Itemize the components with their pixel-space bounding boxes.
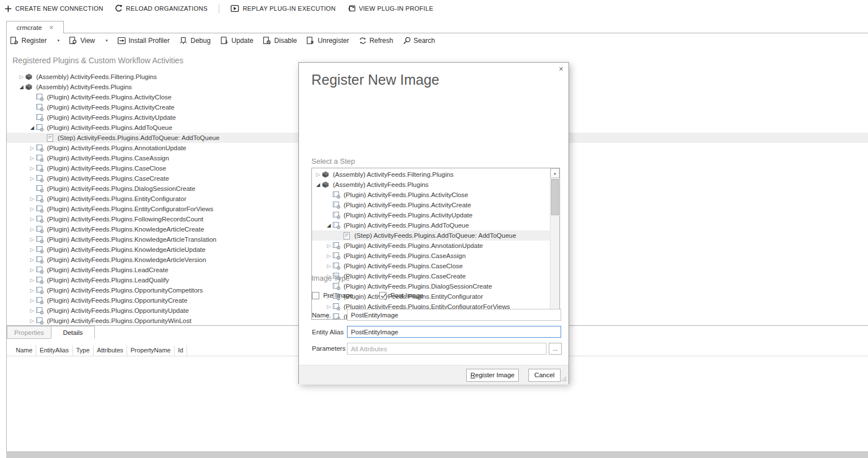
plugin-icon — [36, 216, 45, 223]
scrollbar-thumb[interactable] — [551, 179, 559, 215]
expander-icon[interactable] — [18, 75, 25, 80]
view-plugin-profile-button[interactable]: VIEW PLUG-IN PROFILE — [347, 5, 433, 12]
resize-grip[interactable] — [565, 380, 566, 381]
expander-icon[interactable] — [29, 166, 36, 171]
column-header-id[interactable]: Id — [175, 345, 187, 356]
expander-icon[interactable] — [29, 298, 36, 303]
tree-item-label: (Plugin) ActivityFeeds.Plugins.ActivityC… — [47, 94, 172, 101]
column-header-name[interactable]: Name — [12, 345, 36, 356]
entity-alias-field[interactable] — [347, 326, 561, 338]
expander-icon[interactable] — [29, 227, 36, 232]
tab-crmcrate[interactable]: crmcrate × — [6, 21, 64, 33]
plugin-icon — [36, 124, 45, 132]
expander-icon[interactable] — [315, 172, 322, 177]
tree-item[interactable]: (Plugin) ActivityFeeds.Plugins.CaseAssig… — [312, 251, 550, 261]
expander-icon[interactable] — [18, 85, 25, 90]
disable-button[interactable]: Disable — [263, 37, 297, 45]
tree-item[interactable]: (Plugin) ActivityFeeds.Plugins.AddToQueu… — [312, 220, 550, 230]
tree-item[interactable]: (Plugin) ActivityFeeds.Plugins.ActivityU… — [312, 210, 550, 220]
connection-toolbar: CREATE NEW CONNECTION RELOAD ORGANIZATIO… — [0, 0, 868, 17]
expander-icon[interactable] — [29, 268, 36, 273]
register-image-button[interactable]: Register Image — [466, 369, 519, 382]
post-image-option[interactable]: Post Image — [379, 292, 423, 299]
create-new-connection-label: CREATE NEW CONNECTION — [15, 5, 103, 12]
tree-item[interactable]: (Step) ActivityFeeds.Plugins.AddToQueue:… — [312, 230, 550, 241]
tab-details[interactable]: Details — [51, 326, 95, 339]
debug-button[interactable]: Debug — [179, 37, 210, 45]
parameters-field[interactable] — [347, 343, 546, 355]
expander-icon[interactable] — [315, 182, 322, 187]
expander-icon[interactable] — [326, 264, 332, 269]
tree-item[interactable]: (Plugin) ActivityFeeds.Plugins.CaseClose — [312, 261, 550, 271]
tree-item-label: (Plugin) ActivityFeeds.Plugins.ActivityU… — [344, 212, 472, 219]
install-profiler-button[interactable]: Install Profiler — [118, 37, 170, 45]
view-icon — [69, 37, 77, 45]
expander-icon[interactable] — [29, 247, 36, 252]
cancel-button[interactable]: Cancel — [528, 369, 561, 382]
expander-icon[interactable] — [29, 278, 36, 283]
tree-item-label: (Plugin) ActivityFeeds.Plugins.ActivityC… — [47, 104, 175, 111]
expander-icon[interactable] — [326, 243, 332, 248]
expander-icon[interactable] — [326, 223, 332, 228]
chevron-down-icon[interactable]: ▾ — [58, 38, 60, 43]
tab-close-icon[interactable]: × — [49, 24, 54, 31]
parameters-browse-button[interactable]: ... — [549, 343, 562, 355]
expander-icon[interactable] — [29, 125, 36, 130]
step-tree-scrollbar[interactable]: ▲ ▼ — [550, 168, 559, 319]
tree-item[interactable]: (Plugin) ActivityFeeds.Plugins.DialogSes… — [312, 281, 550, 291]
pre-image-checkbox[interactable] — [312, 292, 319, 299]
tree-item-label: (Assembly) ActivityFeeds.Plugins — [36, 84, 132, 90]
expander-icon[interactable] — [29, 197, 36, 202]
tree-item[interactable]: (Assembly) ActivityFeeds.Plugins — [312, 180, 550, 190]
expander-icon[interactable] — [326, 304, 332, 309]
tab-properties[interactable]: Properties — [7, 326, 51, 339]
tree-item-label: (Plugin) ActivityFeeds.Plugins.ActivityU… — [47, 114, 176, 121]
expander-icon[interactable] — [29, 146, 36, 151]
search-button[interactable]: Search — [403, 37, 435, 45]
expander-icon[interactable] — [29, 319, 36, 324]
register-icon — [10, 37, 19, 45]
replay-plugin-execution-label: REPLAY PLUG-IN EXECUTION — [242, 5, 336, 12]
column-header-attributes[interactable]: Attributes — [94, 345, 127, 356]
reload-organizations-button[interactable]: RELOAD ORGANIZATIONS — [115, 5, 208, 12]
tree-item[interactable]: (Plugin) ActivityFeeds.Plugins.ActivityC… — [312, 190, 550, 200]
expander-icon[interactable] — [29, 237, 36, 242]
tree-item[interactable]: (Assembly) ActivityFeeds.Filtering.Plugi… — [312, 169, 550, 180]
plugin-icon — [333, 202, 341, 209]
view-button[interactable]: View ▾ — [69, 37, 107, 45]
close-icon[interactable]: × — [559, 65, 563, 73]
pre-image-option[interactable]: Pre Image — [312, 292, 353, 299]
expander-icon[interactable] — [29, 308, 36, 313]
tree-item-label: (Plugin) ActivityFeeds.Plugins.CaseCreat… — [47, 175, 169, 182]
update-button[interactable]: Update — [220, 37, 254, 45]
disable-icon — [263, 37, 271, 45]
plugin-icon — [36, 155, 45, 162]
refresh-button[interactable]: Refresh — [359, 37, 393, 45]
register-button[interactable]: Register ▾ — [10, 37, 59, 45]
chevron-down-icon[interactable]: ▾ — [106, 38, 108, 43]
unregister-label: Unregister — [318, 37, 349, 45]
expander-icon[interactable] — [29, 207, 36, 212]
expander-icon[interactable] — [29, 176, 36, 181]
name-field[interactable] — [347, 309, 561, 321]
column-header-propertyname[interactable]: PropertyName — [127, 345, 175, 356]
plugin-icon — [36, 206, 45, 213]
expander-icon[interactable] — [326, 254, 332, 259]
tree-item-label: (Assembly) ActivityFeeds.Plugins — [333, 181, 428, 188]
expander-icon[interactable] — [29, 258, 36, 263]
post-image-checkbox[interactable] — [379, 292, 387, 299]
tree-item[interactable]: (Plugin) ActivityFeeds.Plugins.Annotatio… — [312, 241, 550, 251]
scroll-up-icon[interactable]: ▲ — [550, 168, 559, 178]
create-new-connection-button[interactable]: CREATE NEW CONNECTION — [5, 5, 103, 12]
tree-item[interactable]: (Plugin) ActivityFeeds.Plugins.ActivityC… — [312, 200, 550, 210]
expander-icon[interactable] — [29, 217, 36, 222]
expander-icon[interactable] — [29, 156, 36, 161]
column-header-type[interactable]: Type — [73, 345, 94, 356]
replay-plugin-execution-button[interactable]: REPLAY PLUG-IN EXECUTION — [231, 5, 336, 12]
search-icon — [403, 37, 411, 45]
expander-icon[interactable] — [29, 288, 36, 293]
plugin-toolbar: Register ▾ View ▾ Install Profiler — [7, 33, 868, 48]
column-header-entityalias[interactable]: EntityAlias — [36, 345, 72, 356]
tree-item-label: (Plugin) ActivityFeeds.Plugins.Following… — [47, 216, 203, 223]
unregister-button[interactable]: Unregister — [306, 37, 349, 45]
